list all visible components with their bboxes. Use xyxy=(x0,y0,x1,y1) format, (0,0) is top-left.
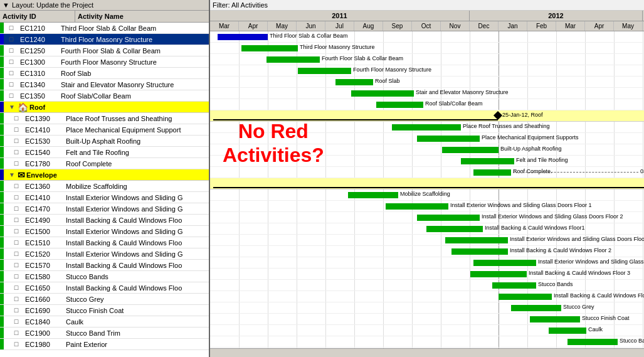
table-row[interactable]: ☐ EC1900 Stucco Band Trim xyxy=(0,328,209,339)
col-id-header[interactable]: Activity ID xyxy=(0,11,75,22)
table-row[interactable]: ☐ EC1540 Felt and Tile Roofing xyxy=(0,147,209,158)
table-row[interactable]: ☐ EC1250 Fourth Floor Slab & Collar Beam xyxy=(0,45,209,56)
group-expand-icon[interactable]: ▼ xyxy=(9,104,18,110)
month-mar2: Mar xyxy=(556,21,585,31)
gantt-bar-label: Fourth Floor Slab & Collar Beam xyxy=(322,55,403,61)
group-header-envelope[interactable]: ▼ ✉ Envelope xyxy=(0,169,209,181)
table-row[interactable]: ☐ EC1300 Fourth Floor Masonry Structure xyxy=(0,56,209,68)
table-row[interactable]: ☐ EC1690 Stucco Finish Coat xyxy=(0,305,209,316)
color-indicator xyxy=(0,124,4,135)
gantt-row: Install Exterior Windows and Sliding Gla… xyxy=(210,235,644,246)
gantt-bar-green xyxy=(426,226,483,232)
table-row[interactable]: ☐ EC1980 Paint Exterior xyxy=(0,339,209,350)
month-row: Mar Apr May Jun Jul Aug Sep Oct Nov Dec … xyxy=(210,21,644,31)
milestone-label: 25-Jan-12, Roof xyxy=(502,112,543,118)
group-color-bar xyxy=(0,102,4,112)
table-row[interactable]: ☐ EC1650 Install Backing & Cauld Windows… xyxy=(0,282,209,294)
gantt-bar-green xyxy=(335,79,373,85)
row-expand-icon: ☐ xyxy=(9,82,19,88)
year-row: 2011 2012 xyxy=(210,11,644,21)
table-row[interactable]: ☐ EC1410 Install Exterior Windows and Sl… xyxy=(0,192,209,203)
table-row[interactable]: ☐ EC1410 Place Mechanical Equipment Supp… xyxy=(0,124,209,136)
table-row[interactable]: ☐ EC1210 Third Floor Slab & Collar Beam xyxy=(0,23,209,34)
table-row[interactable]: ☐ EC1520 Install Exterior Windows and Sl… xyxy=(0,248,209,260)
no-red-activities-overlay: No Red Activities? xyxy=(223,119,324,168)
table-row[interactable]: ☐ EC1840 Caulk xyxy=(0,316,209,328)
gantt-row: Paint Exterior xyxy=(210,348,644,348)
gantt-body[interactable]: Third Floor Slab & Collar Beam Third Flo… xyxy=(210,31,644,348)
row-expand-icon: ☐ xyxy=(14,240,24,246)
color-indicator xyxy=(0,136,4,146)
table-row[interactable]: ☐ EC1580 Stucco Bands xyxy=(0,271,209,282)
gantt-bar-green xyxy=(499,294,552,300)
table-row[interactable]: ☐ EC1360 Mobilize Scaffolding xyxy=(0,181,209,192)
color-indicator xyxy=(0,328,4,338)
table-row[interactable]: ☐ EC1660 Stucco Grey xyxy=(0,294,209,305)
dashed-label: 03 xyxy=(640,168,644,174)
gantt-row: Mobilize Scaffolding xyxy=(210,189,644,201)
table-row[interactable]: ☐ EC1390 Place Roof Trusses and Sheathin… xyxy=(0,113,209,124)
gantt-bar-label: Stucco Bands xyxy=(538,281,573,287)
month-may: May xyxy=(268,21,297,31)
color-indicator xyxy=(0,226,4,237)
group-header-roof[interactable]: ▼ 🏠 Roof xyxy=(0,102,209,113)
gantt-bar-green xyxy=(376,102,423,108)
gantt-content: Third Floor Slab & Collar Beam Third Flo… xyxy=(210,31,644,348)
table-row[interactable]: ☐ EC1490 Install Backing & Cauld Windows… xyxy=(0,215,209,226)
month-apr: Apr xyxy=(239,21,268,31)
gantt-scrollbar-h[interactable] xyxy=(210,348,644,357)
gantt-bar-label: Stucco Grey xyxy=(563,304,594,310)
row-expand-icon: ☐ xyxy=(14,341,24,348)
table-row[interactable]: ☐ EC1500 Install Exterior Windows and Sl… xyxy=(0,226,209,237)
table-row[interactable]: ☐ EC1310 Roof Slab xyxy=(0,68,209,79)
row-expand-icon: ☐ xyxy=(14,138,24,144)
group-color-bar xyxy=(0,169,4,180)
color-indicator xyxy=(0,45,4,56)
col-name-header[interactable]: Activity Name xyxy=(75,11,209,22)
color-indicator xyxy=(0,158,4,169)
table-row[interactable]: ☐ EC1240 Third Floor Masonry Structure xyxy=(0,34,209,45)
gantt-row: Install Backing & Cauld Windows Floor 2 xyxy=(210,246,644,257)
row-expand-icon: ☐ xyxy=(14,296,24,302)
left-panel: ▼ Layout: Update the Project Activity ID… xyxy=(0,0,210,357)
gantt-bar-label: Install Exterior Windows and Sliding Gla… xyxy=(482,213,623,220)
gantt-bar-green xyxy=(461,158,514,164)
layout-icon: ▼ xyxy=(3,1,9,9)
row-expand-icon: ☐ xyxy=(9,93,19,99)
row-expand-icon: ☐ xyxy=(14,228,24,235)
gantt-bar-label: Stucco Finish Coat xyxy=(582,315,630,321)
month-oct: Oct xyxy=(412,21,441,31)
row-expand-icon: ☐ xyxy=(14,285,24,291)
color-indicator xyxy=(0,113,4,124)
row-expand-icon: ☐ xyxy=(14,194,24,201)
gantt-bar-label: Install Backing & Cauld Windows Floor 2 xyxy=(510,247,611,253)
gantt-bar-label: Place Mechanical Equipment Supports xyxy=(482,134,579,141)
month-feb: Feb xyxy=(527,21,556,31)
gantt-bar-label: Install Exterior Windows and Sliding Gla… xyxy=(538,258,644,265)
activity-list[interactable]: ☐ EC1210 Third Floor Slab & Collar Beam … xyxy=(0,23,209,357)
color-indicator xyxy=(0,203,4,214)
gantt-bar-green xyxy=(241,45,298,51)
no-red-line1: No Red xyxy=(223,119,324,143)
row-expand-icon: ☐ xyxy=(14,262,24,269)
gantt-row: Install Backing & Cauld Windows Floor 3 xyxy=(210,269,644,280)
column-headers: Activity ID Activity Name xyxy=(0,11,209,23)
table-row[interactable]: ☐ EC1570 Install Backing & Cauld Windows… xyxy=(0,260,209,271)
month-apr2: Apr xyxy=(585,21,614,31)
filter-label: Filter: All Activities xyxy=(213,1,268,9)
gantt-bar-label: Install Backing & Cauld Windows Floor 3 xyxy=(529,270,630,276)
gantt-bar-label: Third Floor Masonry Structure xyxy=(300,44,375,50)
table-row[interactable]: ☐ EC1340 Stair and Elevator Masonry Stru… xyxy=(0,79,209,90)
table-row[interactable]: ☐ EC1350 Roof Slab/Collar Beam xyxy=(0,90,209,102)
color-indicator xyxy=(0,215,4,225)
gantt-bar-label: Mobilize Scaffolding xyxy=(400,191,450,197)
color-indicator xyxy=(0,237,4,248)
table-row[interactable]: ☐ EC1780 Roof Complete xyxy=(0,158,209,169)
table-row[interactable]: ☐ EC1470 Install Exterior Windows and Sl… xyxy=(0,203,209,215)
group-expand-icon[interactable]: ▼ xyxy=(9,171,18,178)
table-row[interactable]: ☐ EC1510 Install Backing & Cauld Windows… xyxy=(0,237,209,248)
row-expand-icon: ☐ xyxy=(14,183,24,189)
table-row[interactable]: ☐ EC1530 Built-Up Asphalt Roofing xyxy=(0,136,209,147)
year-2011: 2011 xyxy=(210,11,470,21)
color-indicator xyxy=(0,192,4,203)
